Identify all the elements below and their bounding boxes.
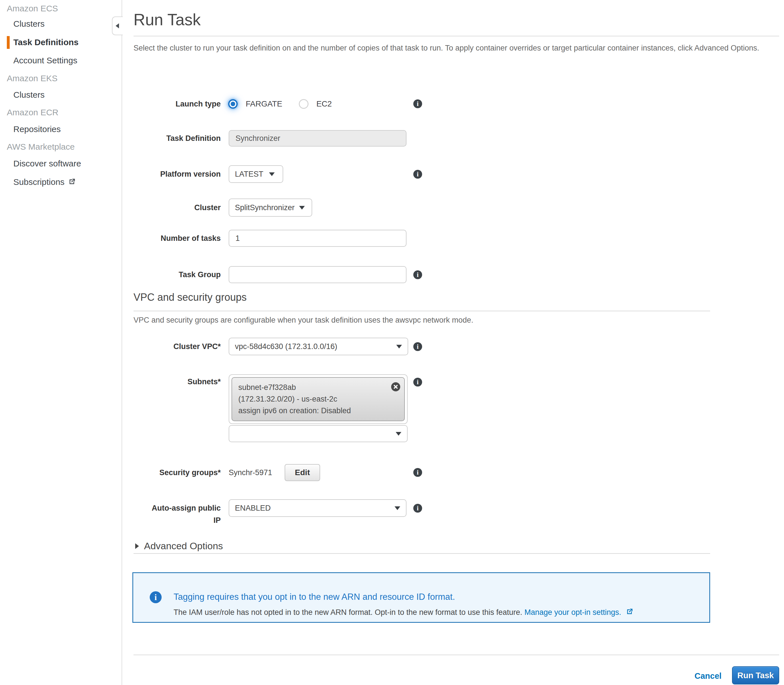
platform-version-value: LATEST [235,170,263,179]
task-definition-label: Task Definition [133,130,221,146]
sidebar-header-amazon-ecr: Amazon ECR [0,104,128,121]
manage-opt-in-settings-link[interactable]: Manage your opt-in settings. [524,608,621,617]
launch-type-control: FARGATE EC2 [229,96,332,112]
number-of-tasks-label: Number of tasks [133,230,221,247]
sidebar-header-aws-marketplace: AWS Marketplace [0,138,128,155]
remove-subnet-icon[interactable] [391,382,400,391]
task-group-info-icon[interactable]: i [413,270,422,279]
number-of-tasks-input[interactable] [229,230,406,247]
auto-assign-ip-label-line2: IP [213,516,221,524]
advanced-options-label: Advanced Options [144,541,223,552]
auto-assign-ip-value: ENABLED [235,504,271,513]
banner-title: Tagging requires that you opt in to the … [174,592,455,602]
subnet-chip-line1: subnet-e7f328ab [238,382,398,393]
chevron-down-icon [299,206,305,209]
security-groups-label: Security groups* [133,464,221,481]
external-link-icon [625,608,633,618]
sidebar-header-amazon-ecs: Amazon ECS [0,0,128,17]
subnets-label: Subnets* [133,377,221,387]
chevron-down-icon [396,345,402,349]
page-title: Run Task [133,10,201,29]
vpc-section-description: VPC and security groups are configurable… [133,316,473,325]
advanced-options-divider [133,553,710,554]
disclosure-right-icon [135,543,139,549]
subnets-info-icon[interactable]: i [413,378,422,386]
ec2-radio-label: EC2 [317,99,332,109]
vpc-section-title: VPC and security groups [133,291,247,303]
sidebar-header-amazon-eks: Amazon EKS [0,70,128,87]
sidebar-item-repositories[interactable]: Repositories [0,121,134,138]
task-group-input[interactable] [229,266,406,283]
sidebar-item-task-definitions[interactable]: Task Definitions [0,34,134,51]
fargate-radio-label: FARGATE [246,99,282,109]
banner-body: The IAM user/role has not opted in to th… [174,608,633,618]
run-task-button[interactable]: Run Task [732,666,779,685]
tagging-info-banner: i Tagging requires that you opt in to th… [132,572,710,623]
external-link-icon [68,174,76,192]
subnet-chip-line3: assign ipv6 on creation: Disabled [238,405,398,417]
launch-type-label: Launch type [133,96,221,112]
chevron-down-icon [396,432,401,436]
subnets-selected-list: subnet-e7f328ab (172.31.32.0/20) - us-ea… [229,374,407,424]
cluster-select[interactable]: SplitSynchronizer [229,198,312,217]
chevron-down-icon [394,506,400,510]
subnets-add-select[interactable] [229,425,407,442]
sidebar-collapse-button[interactable] [112,16,123,35]
active-indicator-bar [7,36,10,49]
sidebar-item-label: Task Definitions [13,37,78,47]
launch-type-info-icon[interactable]: i [413,99,422,108]
cancel-button[interactable]: Cancel [695,671,722,681]
ec2-radio[interactable] [299,99,308,109]
collapse-left-icon [115,23,119,28]
security-groups-info-icon[interactable]: i [413,468,422,477]
main-content: Run Task Select the cluster to run your … [133,0,779,685]
subnet-chip-line2: (172.31.32.0/20) - us-east-2c [238,393,398,405]
sidebar-item-eks-clusters[interactable]: Clusters [0,86,134,103]
auto-assign-ip-info-icon[interactable]: i [413,504,422,513]
subnet-chip: subnet-e7f328ab (172.31.32.0/20) - us-ea… [232,377,405,421]
info-icon: i [150,591,162,603]
sidebar-item-label: Subscriptions [13,177,65,187]
cluster-value: SplitSynchronizer [235,203,295,212]
task-group-label: Task Group [133,266,221,283]
banner-body-text: The IAM user/role has not opted in to th… [174,608,523,617]
chevron-down-icon [269,172,275,176]
platform-version-label: Platform version [133,165,221,183]
title-divider [133,36,779,36]
platform-version-select[interactable]: LATEST [229,165,283,183]
sidebar-item-account-settings[interactable]: Account Settings [0,52,134,69]
sidebar-item-subscriptions[interactable]: Subscriptions [0,174,134,191]
vpc-section-divider [133,311,710,311]
page-description: Select the cluster to run your task defi… [133,41,776,55]
auto-assign-ip-select[interactable]: ENABLED [229,499,406,517]
platform-version-info-icon[interactable]: i [413,170,422,179]
task-definition-input [229,130,406,146]
sidebar: Amazon ECS Clusters Task Definitions Acc… [0,0,122,685]
fargate-radio[interactable] [228,99,238,109]
footer-divider [133,655,779,655]
cluster-vpc-label: Cluster VPC* [133,338,221,355]
sidebar-item-discover-software[interactable]: Discover software [0,155,134,172]
cluster-vpc-value: vpc-58d4c630 (172.31.0.0/16) [235,342,337,351]
auto-assign-ip-label-line1: Auto-assign public [152,504,221,512]
auto-assign-ip-label: Auto-assign public IP [133,502,221,526]
cluster-vpc-info-icon[interactable]: i [413,342,422,351]
advanced-options-toggle[interactable]: Advanced Options [135,541,223,552]
security-groups-value: Synchr-5971 [229,468,272,477]
cluster-label: Cluster [133,198,221,217]
security-groups-control: Synchr-5971 Edit [229,464,320,481]
cluster-vpc-select[interactable]: vpc-58d4c630 (172.31.0.0/16) [229,338,408,355]
edit-security-groups-button[interactable]: Edit [285,464,320,481]
